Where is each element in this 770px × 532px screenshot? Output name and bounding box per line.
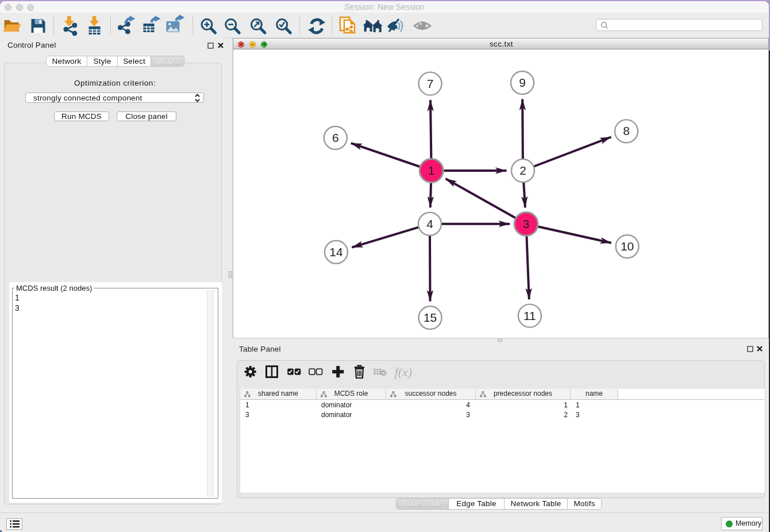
svg-text:6: 6 — [332, 131, 339, 144]
svg-text:4: 4 — [426, 217, 433, 230]
svg-text:3: 3 — [523, 217, 530, 230]
svg-text:2: 2 — [519, 164, 526, 177]
svg-text:10: 10 — [621, 240, 634, 253]
svg-text:7: 7 — [427, 77, 434, 90]
svg-text:11: 11 — [523, 309, 536, 322]
svg-text:14: 14 — [329, 245, 343, 259]
svg-text:15: 15 — [424, 311, 437, 324]
svg-text:1: 1 — [428, 164, 435, 177]
svg-text:8: 8 — [623, 124, 630, 137]
svg-text:9: 9 — [519, 76, 526, 89]
svg-text:f(x): f(x) — [395, 365, 413, 379]
